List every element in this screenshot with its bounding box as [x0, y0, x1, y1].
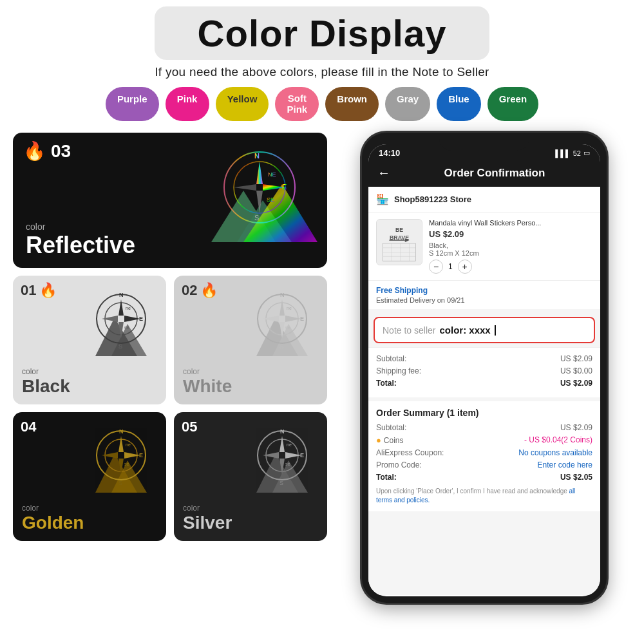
svg-text:N: N	[119, 292, 124, 298]
svg-marker-33	[285, 316, 301, 322]
svg-marker-47	[102, 452, 118, 459]
chip-purple[interactable]: Purple	[106, 87, 159, 121]
card-white-num: 02 🔥	[182, 282, 218, 299]
color-chips-row: Purple Pink Yellow SoftPink Brown Gray B…	[13, 87, 631, 121]
svg-marker-21	[102, 316, 118, 322]
compass-golden-graphic: N E S ne se	[79, 422, 163, 506]
back-button[interactable]: ←	[377, 166, 390, 180]
svg-marker-20	[124, 316, 140, 322]
hot-icon-white: 🔥	[200, 282, 218, 299]
svg-text:se: se	[124, 325, 129, 330]
hot-icon-black: 🔥	[39, 282, 57, 299]
compass-white-graphic: N E S ne se	[240, 285, 324, 369]
card-silver: 05 N E	[174, 412, 327, 541]
svg-text:N: N	[280, 292, 285, 298]
summary-total-row: Total: US $2.05	[376, 473, 592, 482]
summary-promo-row: Promo Code: Enter code here	[376, 460, 592, 469]
note-value: color: xxxx	[439, 325, 490, 336]
text-cursor	[495, 325, 496, 336]
product-name: Mandala vinyl Wall Stickers Perso...	[429, 219, 592, 227]
compass-black-graphic: N E S ne se	[79, 285, 163, 369]
store-row: 🏪 Shop5891223 Store	[368, 187, 600, 213]
page-wrapper: Color Display If you need the above colo…	[0, 0, 644, 644]
svg-text:E: E	[300, 452, 304, 459]
note-label: Note to seller	[383, 325, 435, 336]
shipping-row: Free Shipping Estimated Delivery on 09/2…	[368, 281, 600, 313]
svg-marker-5	[256, 162, 263, 184]
svg-marker-18	[118, 299, 124, 316]
delivery-date: Estimated Delivery on 09/21	[376, 296, 592, 304]
svg-text:se: se	[124, 462, 129, 466]
product-variant: Black, S 12cm X 12cm	[429, 242, 592, 257]
svg-marker-44	[118, 436, 124, 452]
qty-plus-button[interactable]: +	[458, 260, 472, 274]
svg-text:E: E	[139, 452, 143, 459]
phone-mockup: 14:10 ▌▌▌ 52 ▭ ← Order Confirmation	[362, 133, 607, 603]
svg-text:S: S	[254, 214, 259, 222]
coupon-value: No coupons available	[518, 448, 592, 457]
product-row: BE BRAVE	[368, 213, 600, 281]
terms-text: Upon clicking 'Place Order', I confirm I…	[376, 487, 592, 505]
svg-marker-31	[279, 299, 285, 316]
svg-marker-59	[285, 452, 301, 459]
svg-text:ne: ne	[126, 306, 131, 310]
coin-icon: ●	[376, 435, 381, 445]
product-image: BE BRAVE	[376, 219, 422, 265]
title-box: Color Display	[155, 6, 489, 60]
card-golden-num: 04	[21, 419, 36, 435]
svg-text:se: se	[285, 462, 290, 466]
coins-value: - US $0.04(2 Coins)	[524, 435, 592, 445]
card-black: 01 🔥 N	[13, 276, 166, 404]
battery-icon: ▭	[583, 149, 590, 157]
card-row-bw: 01 🔥 N	[13, 276, 327, 404]
phone-screen: 14:10 ▌▌▌ 52 ▭ ← Order Confirmation	[368, 144, 600, 596]
subtitle: If you need the above colors, please fil…	[13, 65, 631, 79]
svg-text:S: S	[118, 480, 122, 486]
svg-text:SE: SE	[267, 196, 274, 203]
left-side: 🔥 03	[13, 133, 327, 603]
chip-gray[interactable]: Gray	[385, 87, 430, 121]
chip-yellow[interactable]: Yellow	[216, 87, 269, 121]
svg-marker-8	[234, 184, 256, 191]
title-container: Color Display	[13, 6, 631, 60]
card-black-text: color Black	[22, 367, 70, 397]
promo-value[interactable]: Enter code here	[538, 460, 592, 469]
card-reflective: 🔥 03	[13, 133, 327, 268]
pricing-section: Subtotal: US $2.09 Shipping fee: US $0.0…	[368, 347, 600, 397]
card-silver-num: 05	[182, 419, 197, 435]
order-summary: Order Summary (1 item) Subtotal: US $2.0…	[368, 401, 600, 511]
svg-text:NE: NE	[268, 171, 276, 178]
note-seller-row[interactable]: Note to seller color: xxxx	[374, 317, 595, 343]
svg-marker-57	[279, 436, 285, 452]
svg-text:N: N	[280, 428, 285, 435]
product-price: US $2.09	[429, 229, 592, 239]
chip-brown[interactable]: Brown	[325, 87, 379, 121]
summary-coins-row: ● Coins - US $0.04(2 Coins)	[376, 435, 592, 445]
app-content: 🏪 Shop5891223 Store BE BRAVE	[368, 187, 600, 595]
qty-minus-button[interactable]: −	[429, 260, 443, 274]
chip-green[interactable]: Green	[488, 87, 538, 121]
summary-subtotal-row: Subtotal: US $2.09	[376, 423, 592, 432]
chip-pink[interactable]: Pink	[166, 87, 209, 121]
subtotal-row: Subtotal: US $2.09	[376, 354, 592, 363]
svg-text:E: E	[282, 183, 287, 191]
summary-title: Order Summary (1 item)	[376, 408, 592, 418]
signal-icon: ▌▌▌	[555, 149, 570, 157]
card-golden: 04 N E	[13, 412, 166, 541]
chip-softpink[interactable]: SoftPink	[275, 87, 319, 121]
chip-blue[interactable]: Blue	[437, 87, 481, 121]
compass-silver-graphic: N E S ne se	[240, 422, 324, 506]
product-info: Mandala vinyl Wall Stickers Perso... US …	[429, 219, 592, 274]
page-title: Color Display	[198, 12, 447, 54]
coins-label: ● Coins	[376, 435, 404, 445]
shipping-fee-row: Shipping fee: US $0.00	[376, 366, 592, 375]
svg-text:N: N	[119, 428, 124, 435]
svg-text:S: S	[118, 343, 122, 350]
card-white: 02 🔥 N	[174, 276, 327, 404]
status-icons: ▌▌▌ 52 ▭	[555, 149, 590, 157]
svg-text:se: se	[285, 325, 290, 330]
product-qty: − 1 +	[429, 260, 592, 274]
main-content: 🔥 03	[13, 133, 631, 603]
svg-marker-34	[263, 316, 279, 322]
card-silver-text: color Silver	[183, 504, 232, 533]
